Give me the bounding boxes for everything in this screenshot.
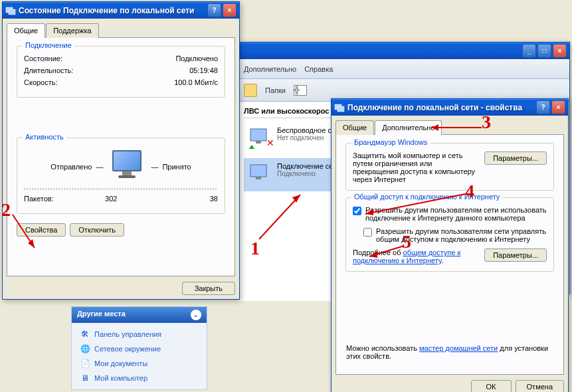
collapse-icon[interactable]: ⌄ <box>191 310 201 320</box>
sent-label: Отправлено <box>50 163 92 171</box>
minimize-button[interactable]: _ <box>522 44 536 58</box>
annotation-1: 1 <box>250 238 260 259</box>
status-titlebar: Состояние Подключение по локальной сети … <box>3 2 239 19</box>
checkbox-allow-use[interactable] <box>353 207 361 215</box>
ics-params-button[interactable]: Параметры... <box>484 248 547 262</box>
monitor-icon <box>107 150 147 183</box>
divider <box>24 189 218 189</box>
sidebar-item-label: Мой компьютер <box>94 374 147 382</box>
svg-rect-0 <box>250 129 266 141</box>
wizard-link[interactable]: мастер домашней сети <box>419 344 498 352</box>
separator: — <box>96 163 103 171</box>
wireless-icon: ✕ <box>248 126 273 151</box>
explorer-titlebar: _ □ × <box>238 43 569 59</box>
network-icon <box>334 102 345 113</box>
group-title: Подключение <box>23 41 74 49</box>
firewall-params-button[interactable]: Параметры... <box>484 151 547 165</box>
props-titlebar: Подключение по локальной сети - свойства… <box>332 99 568 116</box>
props-tabpane: Брандмауэр Windows Защитить мой компьюте… <box>335 134 564 375</box>
props-title: Подключение по локальной сети - свойства <box>347 103 536 112</box>
sidebar-item-documents[interactable]: 📄 Мои документы <box>73 356 205 371</box>
menu-help[interactable]: Справка <box>304 65 333 73</box>
state-label: Состояние: <box>24 54 62 62</box>
cancel-button[interactable]: Отмена <box>516 380 564 392</box>
status-tabs: Общие Поддержка <box>7 23 235 38</box>
duration-value: 05:19:48 <box>189 66 218 74</box>
activity-group: Активность Отправлено — — Принято Пакето… <box>17 138 225 214</box>
svg-rect-3 <box>250 165 266 177</box>
firewall-group: Брандмауэр Windows Защитить мой компьюте… <box>345 143 554 191</box>
computer-icon: 🖥 <box>80 373 90 383</box>
ok-button[interactable]: ОК <box>471 380 512 392</box>
ics-group: Общий доступ к подключению к Интернету Р… <box>345 197 554 272</box>
status-title: Состояние Подключение по локальной сети <box>19 6 207 15</box>
tab-advanced[interactable]: Дополнительно <box>375 120 442 135</box>
props-body: Общие Дополнительно Брандмауэр Windows З… <box>332 116 568 392</box>
explorer-menubar: Дополнительно Справка <box>238 59 569 79</box>
ics-allow-control[interactable]: Разрешить другим пользователям сети упра… <box>363 227 547 243</box>
close-dialog-button[interactable]: Закрыть <box>182 282 235 295</box>
status-window: Состояние Подключение по локальной сети … <box>2 1 240 300</box>
ics-more-text: Подробнее об общем доступе к подключению… <box>353 248 479 264</box>
sidebar-item-control-panel[interactable]: 🛠 Панель управления <box>73 327 205 342</box>
group-title: Общий доступ к подключению к Интернету <box>351 193 502 201</box>
status-body: Общие Поддержка Подключение Состояние: П… <box>3 19 239 299</box>
svg-rect-6 <box>9 9 15 15</box>
sidebar-item-label: Панель управления <box>94 330 161 338</box>
checkbox-allow-control[interactable] <box>363 228 372 237</box>
group-title: Брандмауэр Windows <box>351 138 430 146</box>
help-button[interactable]: ? <box>536 100 550 114</box>
props-tabs: Общие Дополнительно <box>335 120 564 135</box>
lan-icon <box>248 162 273 187</box>
annotation-3: 3 <box>482 112 491 133</box>
close-button[interactable]: × <box>551 100 565 114</box>
tab-support[interactable]: Поддержка <box>46 23 98 38</box>
svg-rect-1 <box>256 141 261 144</box>
other-places-panel: Другие места ⌄ 🛠 Панель управления 🌐 Сет… <box>71 306 207 390</box>
firewall-desc: Защитить мой компьютер и сеть путем огра… <box>353 151 479 183</box>
properties-window: Подключение по локальной сети - свойства… <box>331 98 569 392</box>
documents-icon: 📄 <box>80 358 90 369</box>
packets-recv: 38 <box>165 195 218 203</box>
connection-group: Подключение Состояние: Подключено Длител… <box>17 46 225 98</box>
sidebar-item-label: Сетевое окружение <box>94 345 161 353</box>
wizard-hint: Можно использовать мастер домашней сети … <box>346 344 553 360</box>
menu-advanced[interactable]: Дополнительно <box>244 65 296 73</box>
speed-label: Скорость: <box>24 78 58 86</box>
packets-label: Пакетов: <box>24 195 54 203</box>
tab-general[interactable]: Общие <box>335 120 374 135</box>
tab-general[interactable]: Общие <box>7 23 45 38</box>
sidebar-title: Другие места <box>77 310 126 320</box>
svg-rect-8 <box>337 106 344 112</box>
close-button[interactable]: × <box>553 44 567 58</box>
sidebar-item-computer[interactable]: 🖥 Мой компьютер <box>73 371 205 385</box>
svg-rect-4 <box>256 177 261 179</box>
sidebar-item-network[interactable]: 🌐 Сетевое окружение <box>73 342 205 356</box>
folders-button[interactable]: Папки <box>265 86 286 94</box>
svg-text:✕: ✕ <box>266 138 273 148</box>
close-button[interactable]: × <box>223 3 237 17</box>
checkbox-label: Разрешить другим пользователям сети испо… <box>365 206 547 222</box>
maximize-button[interactable]: □ <box>537 44 551 58</box>
status-tabpane: Подключение Состояние: Подключено Длител… <box>7 37 235 276</box>
control-panel-icon: 🛠 <box>80 329 90 340</box>
group-title: Активность <box>23 133 66 141</box>
state-value: Подключено <box>175 54 218 62</box>
view-icon[interactable]: ╬ <box>294 85 307 96</box>
speed-value: 100.0 Мбит/с <box>174 78 218 86</box>
sidebar-item-label: Мои документы <box>94 359 147 367</box>
ics-allow-use[interactable]: Разрешить другим пользователям сети испо… <box>353 206 547 222</box>
duration-label: Длительность: <box>24 66 73 74</box>
annotation-5: 5 <box>402 231 411 252</box>
sidebar-header[interactable]: Другие места ⌄ <box>72 307 207 323</box>
annotation-4: 4 <box>465 181 474 202</box>
separator: — <box>151 163 158 171</box>
properties-button[interactable]: Свойства <box>17 223 66 237</box>
help-button[interactable]: ? <box>207 3 221 17</box>
network-icon <box>5 5 16 16</box>
disconnect-button[interactable]: Отключить <box>70 223 124 237</box>
received-label: Принято <box>162 163 191 171</box>
folder-icon <box>244 84 257 97</box>
network-places-icon: 🌐 <box>80 343 90 354</box>
annotation-2: 2 <box>1 199 11 221</box>
